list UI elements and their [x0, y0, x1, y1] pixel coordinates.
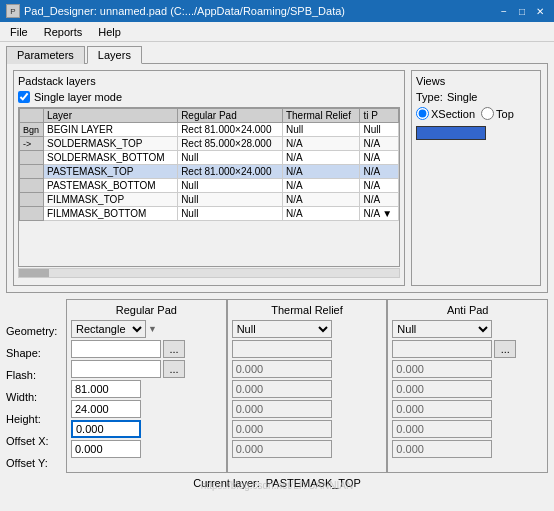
- window-controls: − □ ✕: [496, 4, 548, 18]
- row-label: Bgn: [20, 123, 44, 137]
- flash-label: Flash:: [6, 365, 66, 385]
- shape-input[interactable]: [71, 340, 161, 358]
- menu-file[interactable]: File: [4, 25, 34, 39]
- main-content: Parameters Layers Padstack layers Single…: [0, 42, 554, 511]
- shape-label: Shape:: [6, 343, 66, 363]
- views-type-label: Type:: [416, 91, 443, 103]
- row-label: [20, 151, 44, 165]
- col-header-regularpad: Regular Pad: [178, 109, 283, 123]
- views-color-bar: [416, 126, 486, 140]
- height-input[interactable]: [71, 400, 141, 418]
- single-layer-checkbox[interactable]: [18, 91, 30, 103]
- table-row[interactable]: BgnBEGIN LAYERRect 81.000×24.000NullNull: [20, 123, 399, 137]
- anti-f4-row: [392, 420, 543, 438]
- table-row[interactable]: PASTEMASK_BOTTOMNullN/AN/A: [20, 179, 399, 193]
- anti-f3-input: [392, 400, 492, 418]
- status-bar: Current layer: PASTEMASK_TOP: [6, 477, 548, 489]
- anti-null-row: Null: [392, 320, 543, 338]
- offsety-input[interactable]: [71, 440, 141, 458]
- title-bar: P Pad_Designer: unnamed.pad (C:.../AppDa…: [0, 0, 554, 22]
- thermal-f3-input: [232, 400, 332, 418]
- layer-table: Layer Regular Pad Thermal Relief ti P Bg…: [19, 108, 399, 221]
- radio-top[interactable]: [481, 107, 494, 120]
- table-scrollbar-h[interactable]: [18, 268, 400, 278]
- radio-xsection-label[interactable]: XSection: [416, 107, 475, 120]
- tab-layers[interactable]: Layers: [87, 46, 142, 64]
- flash-dots-button[interactable]: ...: [163, 360, 185, 378]
- geometry-select[interactable]: Rectangle Circle Oblong Square: [71, 320, 146, 338]
- cell-tip: N/A: [360, 165, 399, 179]
- close-button[interactable]: ✕: [532, 4, 548, 18]
- offsetx-label: Offset X:: [6, 431, 66, 451]
- anti-pad-group: Anti Pad Null ...: [387, 299, 548, 473]
- thermal-shape-input: [232, 340, 332, 358]
- table-row[interactable]: FILMMASK_TOPNullN/AN/A: [20, 193, 399, 207]
- thermal-null-row: Null: [232, 320, 383, 338]
- current-layer-label: Current layer:: [193, 477, 260, 489]
- offsety-label: Offset Y:: [6, 453, 66, 473]
- tab-parameters[interactable]: Parameters: [6, 46, 85, 64]
- lower-section: Geometry: Shape: Flash: Width: Height: O…: [6, 299, 548, 473]
- row-label: ->: [20, 137, 44, 151]
- thermal-f1-row: [232, 360, 383, 378]
- offsetx-row: [71, 420, 222, 438]
- thermal-relief-fields: Null: [232, 320, 383, 458]
- layer-table-wrapper[interactable]: Layer Regular Pad Thermal Relief ti P Bg…: [18, 107, 400, 267]
- shape-row: ...: [71, 340, 222, 358]
- offsety-row: [71, 440, 222, 458]
- anti-f5-row: [392, 440, 543, 458]
- views-type-row: Type: Single: [416, 91, 536, 103]
- menu-reports[interactable]: Reports: [38, 25, 89, 39]
- cell-regular-pad: Null: [178, 179, 283, 193]
- anti-null-select[interactable]: Null: [392, 320, 492, 338]
- thermal-f2-input: [232, 380, 332, 398]
- minimize-button[interactable]: −: [496, 4, 512, 18]
- cell-tip: N/A: [360, 179, 399, 193]
- cell-tip: N/A: [360, 137, 399, 151]
- cell-layer: SOLDERMASK_BOTTOM: [44, 151, 178, 165]
- upper-section: Padstack layers Single layer mode Layer …: [6, 63, 548, 293]
- row-label: [20, 179, 44, 193]
- single-layer-label: Single layer mode: [34, 91, 122, 103]
- anti-shape-row: ...: [392, 340, 543, 358]
- offsetx-input[interactable]: [71, 420, 141, 438]
- shape-dots-button[interactable]: ...: [163, 340, 185, 358]
- thermal-f5-input: [232, 440, 332, 458]
- cell-thermal-relief: N/A: [282, 165, 360, 179]
- anti-f1-row: [392, 360, 543, 378]
- maximize-button[interactable]: □: [514, 4, 530, 18]
- regular-pad-fields: Rectangle Circle Oblong Square ▼ ... ...: [71, 320, 222, 458]
- thermal-f5-row: [232, 440, 383, 458]
- tab-bar: Parameters Layers: [6, 46, 548, 64]
- table-row[interactable]: PASTEMASK_TOPRect 81.000×24.000N/AN/A: [20, 165, 399, 179]
- flash-row: ...: [71, 360, 222, 378]
- thermal-null-select[interactable]: Null: [232, 320, 332, 338]
- table-row[interactable]: FILMMASK_BOTTOMNullN/AN/A ▼: [20, 207, 399, 221]
- menu-help[interactable]: Help: [92, 25, 127, 39]
- flash-input[interactable]: [71, 360, 161, 378]
- radio-top-label[interactable]: Top: [481, 107, 514, 120]
- regular-pad-group: Regular Pad Rectangle Circle Oblong Squa…: [66, 299, 227, 473]
- radio-xsection-text: XSection: [431, 108, 475, 120]
- table-row[interactable]: ->SOLDERMASK_TOPRect 85.000×28.000N/AN/A: [20, 137, 399, 151]
- views-group: Views Type: Single XSection Top: [411, 70, 541, 286]
- cell-thermal-relief: N/A: [282, 193, 360, 207]
- cell-regular-pad: Null: [178, 207, 283, 221]
- menu-bar: File Reports Help: [0, 22, 554, 42]
- radio-xsection[interactable]: [416, 107, 429, 120]
- anti-f3-row: [392, 400, 543, 418]
- current-layer-value: PASTEMASK_TOP: [266, 477, 361, 489]
- anti-dots-button[interactable]: ...: [494, 340, 516, 358]
- width-input[interactable]: [71, 380, 141, 398]
- anti-f1-input: [392, 360, 492, 378]
- views-type-value: Single: [447, 91, 478, 103]
- geometry-label: Geometry:: [6, 321, 66, 341]
- single-layer-row: Single layer mode: [18, 91, 400, 103]
- cell-layer: FILMMASK_TOP: [44, 193, 178, 207]
- cell-thermal-relief: N/A: [282, 137, 360, 151]
- cell-regular-pad: Rect 85.000×28.000: [178, 137, 283, 151]
- thermal-f3-row: [232, 400, 383, 418]
- table-row[interactable]: SOLDERMASK_BOTTOMNullN/AN/A: [20, 151, 399, 165]
- color-bar-container: [416, 126, 536, 140]
- col-header-tip: ti P: [360, 109, 399, 123]
